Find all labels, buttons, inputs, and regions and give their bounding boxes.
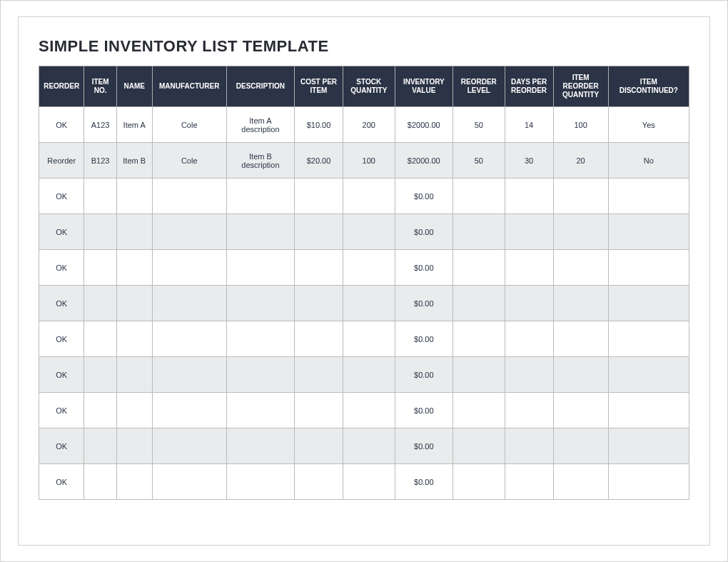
cell-cost-per-item[interactable] xyxy=(295,214,343,250)
cell-days-per-reorder[interactable] xyxy=(505,214,553,250)
cell-name[interactable]: Item A xyxy=(116,107,152,143)
cell-discontinued[interactable] xyxy=(608,428,689,464)
cell-reorder[interactable]: OK xyxy=(39,214,84,250)
cell-inventory-value[interactable]: $0.00 xyxy=(395,428,453,464)
cell-description[interactable] xyxy=(226,393,294,428)
cell-cost-per-item[interactable] xyxy=(295,286,343,321)
cell-discontinued[interactable] xyxy=(608,464,689,500)
cell-name[interactable] xyxy=(116,464,152,500)
cell-item-reorder-qty[interactable] xyxy=(553,214,608,250)
cell-item-no[interactable] xyxy=(84,428,116,464)
cell-reorder-level[interactable] xyxy=(453,464,505,500)
cell-name[interactable] xyxy=(116,286,152,321)
cell-item-reorder-qty[interactable]: 100 xyxy=(553,107,608,143)
cell-manufacturer[interactable] xyxy=(152,321,226,357)
cell-name[interactable] xyxy=(116,321,152,357)
cell-stock-qty[interactable] xyxy=(343,214,395,250)
cell-stock-qty[interactable] xyxy=(343,179,395,214)
cell-stock-qty[interactable] xyxy=(343,428,395,464)
cell-item-reorder-qty[interactable] xyxy=(553,428,608,464)
cell-reorder[interactable]: OK xyxy=(39,464,84,500)
cell-discontinued[interactable] xyxy=(608,286,689,321)
cell-stock-qty[interactable]: 100 xyxy=(343,143,395,179)
cell-name[interactable] xyxy=(116,428,152,464)
cell-stock-qty[interactable]: 200 xyxy=(343,107,395,143)
cell-cost-per-item[interactable] xyxy=(295,250,343,286)
cell-reorder[interactable]: OK xyxy=(39,357,84,393)
cell-description[interactable] xyxy=(226,286,294,321)
cell-reorder-level[interactable]: 50 xyxy=(453,143,505,179)
cell-inventory-value[interactable]: $0.00 xyxy=(395,214,453,250)
cell-item-no[interactable] xyxy=(84,286,116,321)
cell-item-no[interactable] xyxy=(84,179,116,214)
cell-description[interactable] xyxy=(226,464,294,500)
cell-manufacturer[interactable] xyxy=(152,464,226,500)
cell-item-no[interactable]: B123 xyxy=(84,143,116,179)
cell-reorder-level[interactable] xyxy=(453,286,505,321)
cell-description[interactable] xyxy=(226,250,294,286)
cell-item-no[interactable] xyxy=(84,214,116,250)
cell-days-per-reorder[interactable] xyxy=(505,464,553,500)
cell-inventory-value[interactable]: $0.00 xyxy=(395,321,453,357)
cell-reorder-level[interactable]: 50 xyxy=(453,107,505,143)
cell-cost-per-item[interactable]: $20.00 xyxy=(295,143,343,179)
cell-inventory-value[interactable]: $0.00 xyxy=(395,357,453,393)
cell-item-no[interactable] xyxy=(84,250,116,286)
cell-item-reorder-qty[interactable] xyxy=(553,393,608,428)
cell-description[interactable]: Item A description xyxy=(226,107,294,143)
cell-days-per-reorder[interactable] xyxy=(505,321,553,357)
cell-name[interactable] xyxy=(116,214,152,250)
cell-reorder[interactable]: Reorder xyxy=(39,143,84,179)
cell-item-reorder-qty[interactable]: 20 xyxy=(553,143,608,179)
cell-reorder[interactable]: OK xyxy=(39,250,84,286)
cell-name[interactable] xyxy=(116,179,152,214)
cell-manufacturer[interactable]: Cole xyxy=(152,107,226,143)
cell-cost-per-item[interactable] xyxy=(295,321,343,357)
cell-reorder-level[interactable] xyxy=(453,357,505,393)
cell-item-reorder-qty[interactable] xyxy=(553,286,608,321)
cell-cost-per-item[interactable] xyxy=(295,464,343,500)
cell-description[interactable] xyxy=(226,179,294,214)
cell-item-reorder-qty[interactable] xyxy=(553,179,608,214)
cell-days-per-reorder[interactable] xyxy=(505,286,553,321)
cell-description[interactable] xyxy=(226,214,294,250)
cell-cost-per-item[interactable] xyxy=(295,357,343,393)
cell-stock-qty[interactable] xyxy=(343,321,395,357)
cell-discontinued[interactable]: Yes xyxy=(608,107,689,143)
cell-inventory-value[interactable]: $2000.00 xyxy=(395,143,453,179)
cell-item-no[interactable] xyxy=(84,321,116,357)
cell-item-no[interactable] xyxy=(84,357,116,393)
cell-description[interactable] xyxy=(226,357,294,393)
cell-days-per-reorder[interactable]: 14 xyxy=(505,107,553,143)
cell-name[interactable] xyxy=(116,357,152,393)
cell-days-per-reorder[interactable]: 30 xyxy=(505,143,553,179)
cell-manufacturer[interactable]: Cole xyxy=(152,143,226,179)
cell-reorder-level[interactable] xyxy=(453,393,505,428)
cell-discontinued[interactable] xyxy=(608,214,689,250)
cell-discontinued[interactable] xyxy=(608,250,689,286)
cell-inventory-value[interactable]: $0.00 xyxy=(395,464,453,500)
cell-days-per-reorder[interactable] xyxy=(505,250,553,286)
cell-reorder[interactable]: OK xyxy=(39,321,84,357)
cell-days-per-reorder[interactable] xyxy=(505,428,553,464)
cell-reorder[interactable]: OK xyxy=(39,107,84,143)
cell-manufacturer[interactable] xyxy=(152,250,226,286)
cell-manufacturer[interactable] xyxy=(152,214,226,250)
cell-item-no[interactable]: A123 xyxy=(84,107,116,143)
cell-description[interactable] xyxy=(226,428,294,464)
cell-item-no[interactable] xyxy=(84,464,116,500)
cell-item-reorder-qty[interactable] xyxy=(553,357,608,393)
cell-discontinued[interactable]: No xyxy=(608,143,689,179)
cell-reorder[interactable]: OK xyxy=(39,393,84,428)
cell-days-per-reorder[interactable] xyxy=(505,179,553,214)
cell-days-per-reorder[interactable] xyxy=(505,357,553,393)
cell-reorder-level[interactable] xyxy=(453,179,505,214)
cell-item-no[interactable] xyxy=(84,393,116,428)
cell-item-reorder-qty[interactable] xyxy=(553,250,608,286)
cell-name[interactable]: Item B xyxy=(116,143,152,179)
cell-discontinued[interactable] xyxy=(608,357,689,393)
cell-name[interactable] xyxy=(116,250,152,286)
cell-name[interactable] xyxy=(116,393,152,428)
cell-inventory-value[interactable]: $0.00 xyxy=(395,250,453,286)
cell-inventory-value[interactable]: $0.00 xyxy=(395,393,453,428)
